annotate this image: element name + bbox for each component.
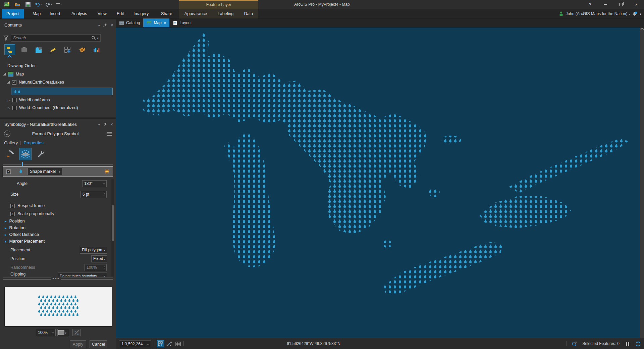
small-lake-west-2[interactable] <box>157 106 164 110</box>
symbol-layer-row[interactable]: Shape marker <box>3 166 113 177</box>
scrollbar-thumb[interactable] <box>112 205 114 241</box>
expander-open-icon[interactable] <box>7 81 10 84</box>
ribbon-tab-insert[interactable]: Insert <box>45 9 64 18</box>
tab-gallery[interactable]: Gallery <box>4 140 18 145</box>
map-scale-dropdown[interactable]: 1:3,592,264 <box>119 340 151 347</box>
tab-layout[interactable]: Layout <box>169 18 195 27</box>
layer-visibility-checkbox[interactable] <box>12 98 17 102</box>
redo-button[interactable] <box>45 1 52 8</box>
ribbon-tab-analysis[interactable]: Analysis <box>67 9 92 18</box>
pane-menu-icon[interactable] <box>98 122 100 127</box>
tree-node-layer-worldcountries[interactable]: World_Countries_(Generalized) <box>0 105 116 111</box>
ribbon-tab-share[interactable]: Share <box>157 9 176 18</box>
selected-features-count[interactable]: Selected Features: 0 <box>582 341 620 346</box>
sketch-status-icon[interactable] <box>166 341 172 347</box>
pin-icon[interactable] <box>103 23 107 27</box>
lake-nipissing[interactable] <box>441 136 461 144</box>
close-pane-icon[interactable] <box>110 22 113 28</box>
grid-table-icon[interactable] <box>175 341 181 347</box>
placement-dropdown[interactable]: Fill polygon <box>80 247 107 254</box>
symbol-structure-wrench-icon[interactable] <box>35 148 47 160</box>
list-by-data-source-icon[interactable] <box>19 45 29 55</box>
position-dropdown[interactable]: Fixed <box>91 255 107 262</box>
lake-huron[interactable] <box>287 110 428 235</box>
symbol-layer-checkbox[interactable] <box>6 169 11 174</box>
pane-hamburger-menu-icon[interactable] <box>107 132 112 136</box>
ribbon-tab-data[interactable]: Data <box>242 9 255 18</box>
ribbon-tab-appearance[interactable]: Appearance <box>182 9 209 18</box>
pause-drawing-icon[interactable] <box>624 341 631 347</box>
scale-proportionally-checkbox[interactable] <box>10 212 15 216</box>
minimize-button[interactable] <box>598 0 613 9</box>
pane-menu-icon[interactable] <box>98 23 100 28</box>
symbol-layers-icon[interactable] <box>20 148 31 160</box>
expander-closed-icon[interactable] <box>8 105 10 110</box>
search-box[interactable] <box>11 34 101 42</box>
layer-visibility-checkbox[interactable] <box>12 80 16 85</box>
pane-splitter[interactable]: ●●● <box>0 277 116 282</box>
cursor-coordinates[interactable]: 91.5626429°W 49.3267533°N <box>263 341 364 346</box>
close-pane-icon[interactable] <box>110 122 113 127</box>
list-by-labeling-icon[interactable] <box>77 45 87 55</box>
undo-button[interactable] <box>35 1 42 8</box>
clipping-dropdown[interactable]: Do not touch boundary <box>58 272 107 277</box>
preview-zoom-dropdown[interactable]: 100% <box>36 329 56 336</box>
search-icon[interactable] <box>91 36 96 40</box>
expander-open-icon[interactable] <box>3 73 6 76</box>
refresh-icon[interactable] <box>635 341 641 347</box>
new-project-icon[interactable] <box>3 1 11 8</box>
ribbon-tab-map[interactable]: Map <box>28 9 45 18</box>
tab-map[interactable]: Map <box>143 18 169 27</box>
ribbon-tab-view[interactable]: View <box>93 9 111 18</box>
map-view[interactable] <box>116 28 644 338</box>
symbol-layer-type-dropdown[interactable]: Shape marker <box>28 168 62 175</box>
map-scrollbar[interactable] <box>640 28 644 338</box>
filter-icon[interactable] <box>3 36 9 41</box>
account-menu[interactable]: John (ArcGIS Maps for the Nation) <box>559 9 641 18</box>
list-by-drawing-order-icon[interactable] <box>5 45 15 55</box>
lake-ontario[interactable] <box>480 196 571 228</box>
tree-node-layer-greatlakes[interactable]: NaturalEarthGreatLakes <box>0 79 116 85</box>
tab-properties[interactable]: Properties <box>24 140 44 145</box>
list-by-snapping-icon[interactable] <box>62 45 72 55</box>
layer-visibility-checkbox[interactable] <box>12 106 17 110</box>
cancel-button[interactable]: Cancel <box>90 340 107 348</box>
ribbon-collapse-chevron-icon[interactable] <box>640 11 641 16</box>
close-map-tab-icon[interactable] <box>164 20 166 26</box>
ribbon-tab-imagery[interactable]: Imagery <box>129 9 153 18</box>
snap-to-grid-toggle-icon[interactable] <box>157 341 164 347</box>
expander-offset-distance[interactable]: Offset Distance <box>5 232 112 237</box>
open-project-icon[interactable] <box>14 1 21 8</box>
lake-michigan[interactable] <box>232 133 275 267</box>
scale-proportionally-row[interactable]: Scale proportionally <box>0 210 116 217</box>
list-by-editing-icon[interactable] <box>48 45 58 55</box>
tab-catalog[interactable]: Catalog <box>116 18 143 27</box>
lake-simcoe[interactable] <box>429 188 440 197</box>
list-charts-icon[interactable] <box>91 45 101 55</box>
pin-icon[interactable] <box>103 122 107 127</box>
notification-bell-icon[interactable] <box>632 11 637 16</box>
symbol-general-brush-icon[interactable] <box>4 148 16 160</box>
restore-button[interactable] <box>613 0 629 9</box>
search-options-icon[interactable] <box>97 36 99 40</box>
scroll-up-icon[interactable] <box>640 28 644 31</box>
help-button[interactable]: ? <box>582 0 598 9</box>
apply-button[interactable]: Apply <box>70 340 86 348</box>
tree-node-layer-worldlandforms[interactable]: WorldLandforms <box>0 97 116 103</box>
expander-rotation[interactable]: Rotation <box>5 225 112 230</box>
save-project-icon[interactable] <box>24 1 32 8</box>
small-lake-west-1[interactable] <box>143 98 152 103</box>
preview-overlay-toggle[interactable]: ×× <box>72 329 81 336</box>
lake-erie[interactable] <box>384 242 503 294</box>
ribbon-tab-project[interactable]: Project <box>2 9 24 18</box>
search-input[interactable] <box>11 36 91 40</box>
list-by-selection-icon[interactable] <box>34 45 44 55</box>
layer-symbol-swatch[interactable] <box>13 89 22 94</box>
lake-st-clair[interactable] <box>382 240 392 248</box>
preview-background-swatch[interactable] <box>57 329 69 336</box>
layer-symbol-row-selected[interactable] <box>11 88 113 95</box>
back-button[interactable]: ← <box>4 131 10 137</box>
angle-combo[interactable]: 180° <box>82 180 107 187</box>
respect-frame-row[interactable]: Respect frame <box>0 202 116 209</box>
expander-closed-icon[interactable] <box>8 98 10 102</box>
